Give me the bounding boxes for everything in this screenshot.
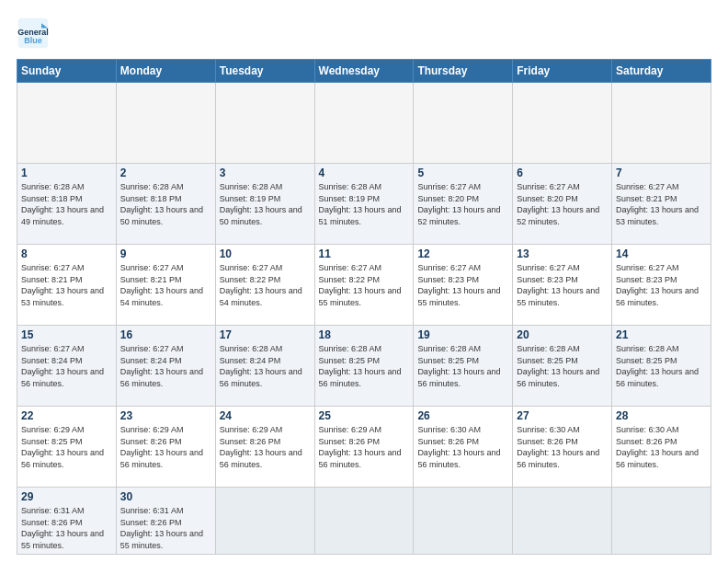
day-number: 13 xyxy=(517,247,608,260)
day-info: Sunrise: 6:30 AM Sunset: 8:26 PM Dayligh… xyxy=(417,424,508,470)
day-number: 22 xyxy=(21,409,112,422)
day-info: Sunrise: 6:29 AM Sunset: 8:26 PM Dayligh… xyxy=(220,424,311,470)
day-number: 21 xyxy=(616,328,707,341)
table-row: 12 Sunrise: 6:27 AM Sunset: 8:23 PM Dayl… xyxy=(414,245,513,326)
table-row xyxy=(17,83,117,164)
day-info: Sunrise: 6:30 AM Sunset: 8:26 PM Dayligh… xyxy=(517,424,608,470)
table-row: 24 Sunrise: 6:29 AM Sunset: 8:26 PM Dayl… xyxy=(215,407,314,488)
table-row: 28 Sunrise: 6:30 AM Sunset: 8:26 PM Dayl… xyxy=(612,407,711,488)
header: General Blue xyxy=(17,17,711,50)
table-row: 29 Sunrise: 6:31 AM Sunset: 8:26 PM Dayl… xyxy=(17,488,117,555)
day-info: Sunrise: 6:29 AM Sunset: 8:26 PM Dayligh… xyxy=(120,424,211,470)
table-row xyxy=(215,488,314,555)
day-info: Sunrise: 6:27 AM Sunset: 8:22 PM Dayligh… xyxy=(319,262,410,308)
day-number: 16 xyxy=(120,328,211,341)
table-row xyxy=(314,488,414,555)
day-number: 23 xyxy=(120,409,211,422)
table-row: 2 Sunrise: 6:28 AM Sunset: 8:18 PM Dayli… xyxy=(116,164,215,245)
table-row: 30 Sunrise: 6:31 AM Sunset: 8:26 PM Dayl… xyxy=(116,488,215,555)
table-row xyxy=(414,83,513,164)
day-number: 3 xyxy=(220,167,311,179)
table-row: 1 Sunrise: 6:28 AM Sunset: 8:18 PM Dayli… xyxy=(17,164,117,245)
day-info: Sunrise: 6:27 AM Sunset: 8:20 PM Dayligh… xyxy=(517,181,608,227)
day-info: Sunrise: 6:28 AM Sunset: 8:18 PM Dayligh… xyxy=(120,181,211,227)
col-tuesday: Tuesday xyxy=(215,60,314,83)
day-info: Sunrise: 6:30 AM Sunset: 8:26 PM Dayligh… xyxy=(616,424,707,470)
table-row xyxy=(513,83,612,164)
table-row: 17 Sunrise: 6:28 AM Sunset: 8:24 PM Dayl… xyxy=(215,326,314,407)
day-number: 7 xyxy=(616,167,707,179)
day-number: 4 xyxy=(319,167,410,179)
table-row xyxy=(314,83,414,164)
table-row: 13 Sunrise: 6:27 AM Sunset: 8:23 PM Dayl… xyxy=(513,245,612,326)
day-number: 19 xyxy=(417,328,508,341)
calendar-table: Sunday Monday Tuesday Wednesday Thursday… xyxy=(17,59,711,555)
day-number: 6 xyxy=(517,167,608,179)
day-info: Sunrise: 6:28 AM Sunset: 8:25 PM Dayligh… xyxy=(517,343,608,389)
day-info: Sunrise: 6:27 AM Sunset: 8:24 PM Dayligh… xyxy=(120,343,211,389)
table-row: 4 Sunrise: 6:28 AM Sunset: 8:19 PM Dayli… xyxy=(314,164,414,245)
col-saturday: Saturday xyxy=(612,60,711,83)
day-info: Sunrise: 6:27 AM Sunset: 8:24 PM Dayligh… xyxy=(21,343,112,389)
day-number: 8 xyxy=(21,247,112,260)
table-row xyxy=(215,83,314,164)
day-number: 17 xyxy=(220,328,311,341)
col-friday: Friday xyxy=(513,60,612,83)
table-row xyxy=(612,83,711,164)
table-row: 11 Sunrise: 6:27 AM Sunset: 8:22 PM Dayl… xyxy=(314,245,414,326)
table-row: 15 Sunrise: 6:27 AM Sunset: 8:24 PM Dayl… xyxy=(17,326,117,407)
col-sunday: Sunday xyxy=(17,60,117,83)
day-number: 26 xyxy=(417,409,508,422)
day-info: Sunrise: 6:27 AM Sunset: 8:21 PM Dayligh… xyxy=(616,181,707,227)
day-number: 18 xyxy=(319,328,410,341)
day-info: Sunrise: 6:27 AM Sunset: 8:21 PM Dayligh… xyxy=(120,262,211,308)
day-info: Sunrise: 6:28 AM Sunset: 8:25 PM Dayligh… xyxy=(319,343,410,389)
table-row xyxy=(414,488,513,555)
table-row: 7 Sunrise: 6:27 AM Sunset: 8:21 PM Dayli… xyxy=(612,164,711,245)
table-row xyxy=(513,488,612,555)
col-monday: Monday xyxy=(116,60,215,83)
table-row: 9 Sunrise: 6:27 AM Sunset: 8:21 PM Dayli… xyxy=(116,245,215,326)
table-row: 20 Sunrise: 6:28 AM Sunset: 8:25 PM Dayl… xyxy=(513,326,612,407)
svg-text:Blue: Blue xyxy=(24,36,42,45)
day-info: Sunrise: 6:29 AM Sunset: 8:25 PM Dayligh… xyxy=(21,424,112,470)
day-number: 14 xyxy=(616,247,707,260)
table-row: 16 Sunrise: 6:27 AM Sunset: 8:24 PM Dayl… xyxy=(116,326,215,407)
day-info: Sunrise: 6:31 AM Sunset: 8:26 PM Dayligh… xyxy=(21,505,112,551)
table-row: 8 Sunrise: 6:27 AM Sunset: 8:21 PM Dayli… xyxy=(17,245,117,326)
page: General Blue Sunday Monday Tuesday Wedne… xyxy=(0,0,728,563)
calendar-header-row: Sunday Monday Tuesday Wednesday Thursday… xyxy=(17,60,711,83)
day-info: Sunrise: 6:27 AM Sunset: 8:22 PM Dayligh… xyxy=(220,262,311,308)
day-info: Sunrise: 6:28 AM Sunset: 8:25 PM Dayligh… xyxy=(616,343,707,389)
day-number: 29 xyxy=(21,490,112,503)
day-number: 1 xyxy=(21,167,112,179)
table-row: 3 Sunrise: 6:28 AM Sunset: 8:19 PM Dayli… xyxy=(215,164,314,245)
day-number: 27 xyxy=(517,409,608,422)
day-info: Sunrise: 6:27 AM Sunset: 8:21 PM Dayligh… xyxy=(21,262,112,308)
table-row: 25 Sunrise: 6:29 AM Sunset: 8:26 PM Dayl… xyxy=(314,407,414,488)
table-row xyxy=(612,488,711,555)
table-row: 22 Sunrise: 6:29 AM Sunset: 8:25 PM Dayl… xyxy=(17,407,117,488)
table-row: 5 Sunrise: 6:27 AM Sunset: 8:20 PM Dayli… xyxy=(414,164,513,245)
day-number: 28 xyxy=(616,409,707,422)
day-info: Sunrise: 6:28 AM Sunset: 8:18 PM Dayligh… xyxy=(21,181,112,227)
day-number: 10 xyxy=(220,247,311,260)
table-row: 10 Sunrise: 6:27 AM Sunset: 8:22 PM Dayl… xyxy=(215,245,314,326)
table-row: 23 Sunrise: 6:29 AM Sunset: 8:26 PM Dayl… xyxy=(116,407,215,488)
day-info: Sunrise: 6:27 AM Sunset: 8:23 PM Dayligh… xyxy=(616,262,707,308)
table-row: 21 Sunrise: 6:28 AM Sunset: 8:25 PM Dayl… xyxy=(612,326,711,407)
day-info: Sunrise: 6:28 AM Sunset: 8:25 PM Dayligh… xyxy=(417,343,508,389)
day-info: Sunrise: 6:27 AM Sunset: 8:20 PM Dayligh… xyxy=(417,181,508,227)
day-number: 30 xyxy=(120,490,211,503)
day-info: Sunrise: 6:27 AM Sunset: 8:23 PM Dayligh… xyxy=(517,262,608,308)
day-info: Sunrise: 6:28 AM Sunset: 8:24 PM Dayligh… xyxy=(220,343,311,389)
day-info: Sunrise: 6:31 AM Sunset: 8:26 PM Dayligh… xyxy=(120,505,211,551)
day-info: Sunrise: 6:29 AM Sunset: 8:26 PM Dayligh… xyxy=(319,424,410,470)
day-number: 20 xyxy=(517,328,608,341)
day-number: 9 xyxy=(120,247,211,260)
col-wednesday: Wednesday xyxy=(314,60,414,83)
day-number: 12 xyxy=(417,247,508,260)
table-row: 14 Sunrise: 6:27 AM Sunset: 8:23 PM Dayl… xyxy=(612,245,711,326)
table-row xyxy=(116,83,215,164)
col-thursday: Thursday xyxy=(414,60,513,83)
